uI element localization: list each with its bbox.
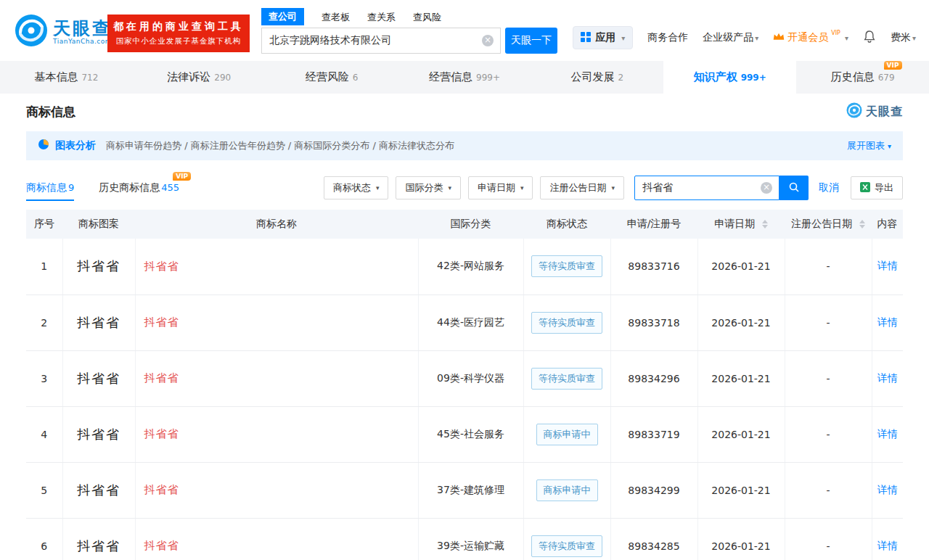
expand-charts-link[interactable]: 展开图表 ▾	[847, 139, 891, 152]
trademark-name-cell: 抖省省	[135, 406, 418, 462]
column-header-trademark-image: 商标图案	[62, 210, 135, 239]
header-right-menu: 应用 ▾ 商务合作 企业级产品 ▾ 开通会员 VIP ▾ 费米 ▾	[573, 26, 916, 49]
filter-international-class[interactable]: 国际分类▾	[396, 176, 461, 199]
international-class-cell: 39类-运输贮藏	[418, 518, 523, 560]
international-class-cell: 42类-网站服务	[418, 239, 523, 295]
publication-date-cell: -	[785, 295, 872, 350]
detail-link[interactable]: 详情	[877, 428, 898, 440]
filter-apply-date[interactable]: 申请日期▾	[468, 176, 533, 199]
detail-cell: 详情	[872, 295, 903, 350]
clear-search-icon[interactable]: ×	[761, 182, 772, 194]
subtab-trademark-info[interactable]: 商标信息9	[26, 181, 74, 194]
tab-operation-risk[interactable]: 经营风险6	[266, 61, 398, 94]
apply-date-cell: 2026-01-21	[697, 239, 785, 295]
status-cell: 等待实质审查	[523, 239, 610, 295]
sort-icon[interactable]	[762, 220, 768, 228]
apply-date-cell: 2026-01-21	[697, 350, 785, 406]
column-header-index: 序号	[26, 210, 62, 239]
detail-link[interactable]: 详情	[877, 260, 898, 271]
export-button[interactable]: 导出	[851, 176, 903, 199]
tab-history-info[interactable]: VIP 历史信息679	[796, 61, 929, 94]
status-cell: 商标申请中	[523, 462, 610, 518]
column-header-publication-date[interactable]: 注册公告日期	[785, 210, 872, 239]
open-vip-link[interactable]: 开通会员 VIP ▾	[773, 31, 848, 44]
watermark-text: 天眼查	[866, 104, 903, 120]
search-submit-button[interactable]: 天眼一下	[505, 28, 557, 54]
column-header-trademark-name: 商标名称	[135, 210, 418, 239]
trademark-name-link[interactable]: 抖省省	[144, 427, 179, 440]
trademark-name-link[interactable]: 抖省省	[144, 539, 179, 552]
watermark-logo: 天眼查	[846, 102, 903, 121]
status-badge: 商标申请中	[536, 424, 598, 445]
detail-cell: 详情	[872, 518, 903, 560]
registration-number-cell: 89833716	[610, 239, 697, 295]
tab-operation-info[interactable]: 经营信息999+	[398, 61, 531, 94]
trademark-name-link[interactable]: 抖省省	[144, 260, 179, 273]
tab-intellectual-property[interactable]: 知识产权999+	[663, 61, 796, 94]
trademark-image-cell[interactable]: 抖省省	[62, 295, 135, 350]
tab-company-development[interactable]: 公司发展2	[531, 61, 663, 94]
status-badge: 等待实质审查	[531, 368, 602, 390]
column-header-apply-date[interactable]: 申请日期	[697, 210, 785, 239]
chevron-down-icon: ▾	[520, 184, 524, 192]
trademark-name-link[interactable]: 抖省省	[144, 371, 179, 384]
tab-legal-litigation[interactable]: 法律诉讼290	[133, 61, 266, 94]
filter-trademark-status[interactable]: 商标状态▾	[324, 176, 389, 199]
trademark-image-cell[interactable]: 抖省省	[62, 518, 135, 560]
table-row: 3 抖省省 抖省省 09类-科学仪器 等待实质审查 89834296 2026-…	[26, 350, 903, 406]
tab-basic-info[interactable]: 基本信息712	[0, 61, 133, 94]
detail-link[interactable]: 详情	[877, 540, 898, 551]
search-tab-relation[interactable]: 查关系	[367, 11, 396, 25]
enterprise-products-menu[interactable]: 企业级产品 ▾	[703, 31, 758, 44]
detail-link[interactable]: 详情	[877, 372, 898, 384]
trademark-name-link[interactable]: 抖省省	[144, 483, 179, 496]
column-header-international-class: 国际分类	[418, 210, 523, 239]
trademark-image-cell[interactable]: 抖省省	[62, 239, 135, 295]
row-index: 6	[26, 518, 62, 560]
apply-date-cell: 2026-01-21	[697, 406, 785, 462]
detail-link[interactable]: 详情	[877, 316, 898, 328]
user-name: 费米	[891, 31, 911, 44]
filter-publication-date[interactable]: 注册公告日期▾	[540, 176, 624, 199]
business-cooperation-link[interactable]: 商务合作	[647, 31, 688, 44]
logo-eye-icon	[846, 102, 862, 121]
vip-badge: VIP	[884, 61, 902, 70]
international-class-cell: 45类-社会服务	[418, 406, 523, 462]
sort-icon[interactable]	[859, 220, 865, 228]
search-tab-risk[interactable]: 查风险	[413, 11, 441, 25]
company-search-input[interactable]	[261, 28, 501, 54]
trademark-name-cell: 抖省省	[135, 350, 418, 406]
status-badge: 等待实质审查	[531, 255, 602, 277]
apps-menu-label: 应用	[595, 31, 615, 44]
cancel-search-link[interactable]: 取消	[819, 181, 839, 194]
publication-date-cell: -	[785, 518, 872, 560]
subtab-history-trademark-info[interactable]: VIP 历史商标信息455	[99, 181, 179, 194]
detail-cell: 详情	[872, 350, 903, 406]
chevron-down-icon: ▾	[888, 142, 891, 150]
trademark-image-cell[interactable]: 抖省省	[62, 350, 135, 406]
notification-bell-icon[interactable]	[863, 29, 876, 46]
trademark-name-link[interactable]: 抖省省	[144, 316, 179, 329]
detail-link[interactable]: 详情	[877, 484, 898, 495]
promo-line2: 国家中小企业发展子基金旗下机构	[116, 36, 242, 46]
detail-cell: 详情	[872, 462, 903, 518]
chevron-down-icon: ▾	[621, 34, 625, 42]
user-account-menu[interactable]: 费米 ▾	[891, 31, 916, 44]
apply-date-cell: 2026-01-21	[697, 295, 785, 350]
trademark-image-cell[interactable]: 抖省省	[62, 462, 135, 518]
filter-group: 商标状态▾ 国际分类▾ 申请日期▾ 注册公告日期▾	[324, 176, 624, 199]
publication-date-cell: -	[785, 350, 872, 406]
trademark-search-input[interactable]	[634, 176, 779, 200]
clear-search-icon[interactable]: ×	[482, 35, 494, 46]
search-tab-company[interactable]: 查公司	[261, 8, 304, 25]
trademark-image-cell[interactable]: 抖省省	[62, 406, 135, 462]
apps-menu[interactable]: 应用 ▾	[573, 26, 633, 49]
trademark-name-cell: 抖省省	[135, 518, 418, 560]
table-search-button[interactable]	[779, 176, 809, 200]
chevron-down-icon: ▾	[376, 184, 380, 192]
column-header-content: 内容	[872, 210, 903, 239]
table-header-row: 序号 商标图案 商标名称 国际分类 商标状态 申请/注册号 申请日期 注册公告日…	[26, 210, 903, 239]
tianyancha-logo[interactable]: 天眼查 TianYanCha.com	[15, 14, 112, 50]
publication-date-cell: -	[785, 239, 872, 295]
search-tab-boss[interactable]: 查老板	[322, 11, 350, 25]
